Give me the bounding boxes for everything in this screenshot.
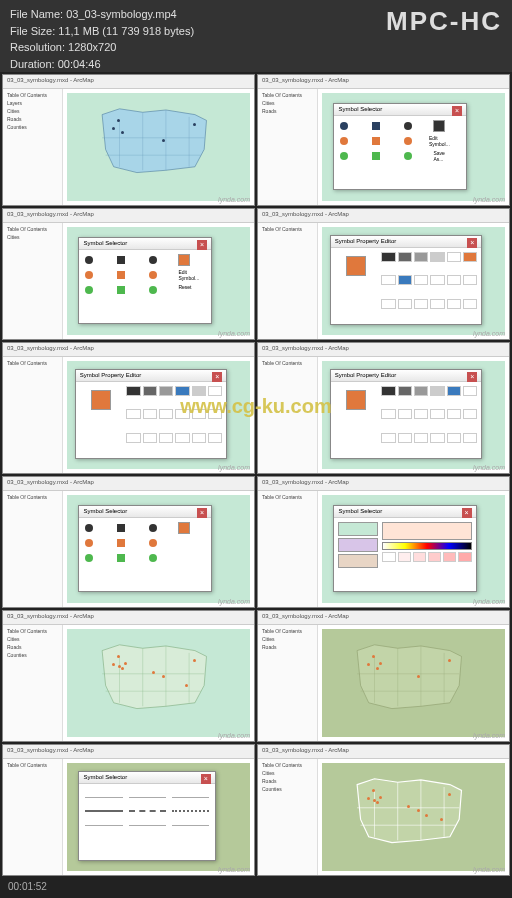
color-swatch[interactable] (433, 120, 445, 132)
color-ramp[interactable] (382, 542, 471, 550)
player-info-bar: File Name: 03_03-symbology.mp4 File Size… (0, 0, 512, 72)
close-icon[interactable]: × (467, 372, 477, 382)
edit-button[interactable]: Edit Symbol... (178, 269, 207, 281)
thumbnail-9[interactable]: 03_03_symbology.mxd - ArcMap Table Of Co… (2, 610, 255, 742)
layer-item[interactable]: Cities (5, 107, 60, 115)
thumbnail-grid: 03_03_symbology.mxd - ArcMap Table Of Co… (0, 72, 512, 878)
duration-value: 00:04:46 (58, 58, 101, 70)
thumbnail-3[interactable]: 03_03_symbology.mxd - ArcMap Table Of Co… (2, 208, 255, 340)
duration-label: Duration: (10, 58, 55, 70)
layer-item[interactable]: Counties (5, 123, 60, 131)
filesize-label: File Size: (10, 25, 55, 37)
source-watermark: lynda.com (473, 196, 505, 203)
map-canvas[interactable]: Symbol Selector× Edit Symbol... Sav (318, 89, 509, 205)
preview-swatch (346, 256, 366, 276)
toc-panel[interactable]: Table Of Contents Cities Roads (258, 89, 318, 205)
close-icon[interactable]: × (212, 372, 222, 382)
property-editor-dialog[interactable]: Symbol Property Editor× (330, 369, 483, 459)
thumbnail-1[interactable]: 03_03_symbology.mxd - ArcMap Table Of Co… (2, 74, 255, 206)
symbol-selector-dialog[interactable]: Symbol Selector× Edit Symbol... Sav (333, 103, 467, 190)
map-canvas[interactable] (63, 89, 254, 205)
thumbnail-10[interactable]: 03_03_symbology.mxd - ArcMap Table Of Co… (257, 610, 510, 742)
symbol-selector-dialog[interactable]: Symbol Selector× (333, 505, 476, 592)
toc-panel[interactable]: Table Of Contents Cities Roads (258, 625, 318, 741)
filesize-value: 11,1 MB (11 739 918 bytes) (58, 25, 194, 37)
thumbnail-2[interactable]: 03_03_symbology.mxd - ArcMap Table Of Co… (257, 74, 510, 206)
file-info-block: File Name: 03_03-symbology.mp4 File Size… (10, 6, 194, 66)
save-button[interactable]: Save As... (433, 150, 445, 162)
resolution-value: 1280x720 (68, 41, 116, 53)
toc-panel[interactable]: Table Of Contents Cities Roads Counties (258, 759, 318, 875)
thumbnail-12[interactable]: 03_03_symbology.mxd - ArcMap Table Of Co… (257, 744, 510, 876)
app-titlebar: 03_03_symbology.mxd - ArcMap (3, 75, 254, 89)
close-icon[interactable]: × (201, 774, 211, 784)
thumbnail-4[interactable]: 03_03_symbology.mxd - ArcMap Table Of Co… (257, 208, 510, 340)
thumbnail-8[interactable]: 03_03_symbology.mxd - ArcMap Table Of Co… (257, 476, 510, 608)
filename-label: File Name: (10, 8, 63, 20)
app-titlebar: 03_03_symbology.mxd - ArcMap (258, 75, 509, 89)
property-editor-dialog[interactable]: Symbol Property Editor× (330, 235, 483, 325)
close-icon[interactable]: × (197, 240, 207, 250)
close-icon[interactable]: × (197, 508, 207, 518)
toc-title: Table Of Contents (5, 91, 60, 99)
player-logo: MPC-HC (386, 6, 502, 66)
toc-panel[interactable]: Table Of Contents Layers Cities Roads Co… (3, 89, 63, 205)
layer-item[interactable]: Roads (5, 115, 60, 123)
property-editor-dialog[interactable]: Symbol Property Editor× (75, 369, 228, 459)
resolution-label: Resolution: (10, 41, 65, 53)
color-swatch[interactable] (178, 254, 190, 266)
playback-timestamp: 00:01:52 (8, 881, 47, 892)
thumbnail-5[interactable]: 03_03_symbology.mxd - ArcMap Table Of Co… (2, 342, 255, 474)
fill-swatch[interactable] (338, 554, 378, 568)
symbol-selector-dialog[interactable]: Symbol Selector× Edit Symbol... Res (78, 237, 212, 324)
dialog-title-text: Symbol Selector (338, 106, 382, 113)
symbol-selector-dialog[interactable]: Symbol Selector× (78, 771, 215, 861)
toc-panel[interactable]: Table Of Contents Cities (3, 223, 63, 339)
close-icon[interactable]: × (462, 508, 472, 518)
thumbnail-6[interactable]: 03_03_symbology.mxd - ArcMap Table Of Co… (257, 342, 510, 474)
map-canvas[interactable]: Symbol Selector× Edit Symbol... Res (63, 223, 254, 339)
fill-swatch[interactable] (338, 522, 378, 536)
symbol-selector-dialog[interactable]: Symbol Selector× (78, 505, 212, 592)
source-watermark: lynda.com (218, 196, 250, 203)
thumbnail-7[interactable]: 03_03_symbology.mxd - ArcMap Table Of Co… (2, 476, 255, 608)
layer-item[interactable]: Layers (5, 99, 60, 107)
player-status-bar: 00:01:52 (0, 878, 512, 898)
reset-button[interactable]: Reset (178, 284, 207, 296)
thumbnail-11[interactable]: 03_03_symbology.mxd - ArcMap Table Of Co… (2, 744, 255, 876)
fill-swatch[interactable] (338, 538, 378, 552)
filename-value: 03_03-symbology.mp4 (66, 8, 176, 20)
edit-button[interactable]: Edit Symbol... (433, 135, 445, 147)
close-icon[interactable]: × (452, 106, 462, 116)
close-icon[interactable]: × (467, 238, 477, 248)
preview-swatch (382, 522, 471, 540)
toc-panel[interactable]: Table Of Contents Cities Roads Counties (3, 625, 63, 741)
